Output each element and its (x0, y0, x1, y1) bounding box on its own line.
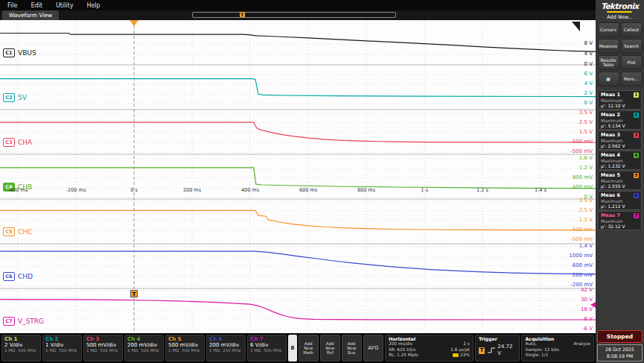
channel-badge-ch2[interactable]: Ch 21 V/div1 MΩ500 MHz (42, 335, 82, 362)
channel-badge-icon: C3 (3, 138, 15, 147)
trigger-position-icon[interactable] (130, 20, 138, 26)
sample-rate: SR: 625 kS/s (389, 347, 415, 353)
channel-label-C7[interactable]: C7V_STRG (3, 317, 44, 326)
time-tick-label: 0 s (130, 187, 138, 193)
channel-badge-icon: C2 (3, 93, 15, 102)
tab-waveform-view[interactable]: Waveform View (2, 10, 59, 20)
axis-label-C4: 1.2 V (578, 165, 593, 171)
add-buttons: AddNewMathAddNewRefAddNewBus (299, 335, 362, 362)
channel-badge-scale: 200 mV/div (209, 342, 243, 348)
sidebar-button-results-table[interactable]: Results Table (598, 55, 619, 70)
meas-title: Meas 3 (601, 132, 620, 138)
sidebar-button-measure[interactable]: Measure (598, 39, 619, 54)
right-sidebar: Tektronix Add New... CursorsCalloutMeasu… (596, 0, 644, 363)
meas-stat: Maximum (601, 198, 639, 203)
axis-label-C5: 1.5 V (578, 218, 593, 223)
meas-badge-1[interactable]: Meas 11Maximumμ': 12.10 V (598, 90, 642, 110)
sidebar-button-search[interactable]: Search (621, 39, 643, 54)
horizontal-panel[interactable]: Horizontal 200 ms/div 2 s SR: 625 kS/s 1… (385, 335, 474, 362)
channel-label-C1[interactable]: C1VBUS (3, 48, 36, 57)
meas-badge-3[interactable]: Meas 33Maximumμ': 2.562 V (598, 130, 642, 150)
waveform-CHC (0, 210, 596, 230)
bottom-channels: Ch 12 V/div1 MΩ500 MHzCh 21 V/div1 MΩ500… (1, 335, 287, 362)
axis-label-C4: 800 mV (572, 175, 593, 180)
meas-head: Meas 33 (601, 132, 639, 138)
trigger-panel[interactable]: Trigger T 24.72 V (475, 335, 520, 362)
brand-name: Tektronix (601, 1, 639, 10)
channel-badge-icon: C5 (3, 227, 15, 236)
menu-file[interactable]: File (7, 2, 17, 9)
channel-badge-ch1[interactable]: Ch 12 V/div1 MΩ500 MHz (1, 335, 41, 362)
impedance: 1 MΩ (209, 348, 220, 353)
channel-badge-ch4[interactable]: Ch 4200 mV/div1 MΩ500 MHz (124, 335, 164, 362)
meas-badge-7[interactable]: Meas 77Maximumμ': 32.12 V (598, 211, 642, 230)
sidebar-button-more[interactable]: More... (621, 72, 643, 86)
sidebar-button-callout[interactable]: Callout (621, 22, 643, 37)
position-bar-icon (453, 353, 459, 357)
channel-badge-scale: 1 V/div (45, 342, 79, 348)
meas-badge-6[interactable]: Meas 66Maximumμ': 1.212 V (598, 191, 642, 210)
acquisition-panel[interactable]: Acquisition Auto, Analyze Sample: 12 bit… (521, 335, 594, 362)
channel-badge-ch7[interactable]: Ch 76 V/div1 MΩ500 MHz (247, 335, 287, 362)
meas-value: μ': 2.555 V (601, 183, 639, 189)
sidebar-bottom: Stopped 28 Oct 2025 8:58:19 PM (597, 330, 643, 362)
meas-list: Meas 11Maximumμ': 12.10 VMeas 22Maximumμ… (598, 90, 642, 230)
menu-help[interactable]: Help (86, 2, 100, 9)
stopped-button[interactable]: Stopped (597, 330, 643, 343)
add-new-label[interactable]: Add New... (607, 14, 632, 20)
time-label: 8:58:19 PM (598, 353, 642, 360)
trigger-title: Trigger (479, 336, 517, 341)
axis-label-C2: 2 V (584, 91, 593, 96)
axis-label-C1: 0 V (584, 62, 593, 67)
channel-label-C2[interactable]: C25V (3, 93, 27, 102)
time-tick-label: 200 ms (183, 187, 201, 193)
bandwidth: 500 MHz (182, 348, 200, 353)
menu-edit[interactable]: Edit (31, 2, 42, 9)
afg-button[interactable]: AFG (363, 335, 383, 362)
sidebar-button-cursors[interactable]: Cursors (598, 22, 619, 37)
plot-area[interactable]: T 8 V4 V0 VC1VBUS6 V4 V2 V0 VC25V3.5 V2.… (0, 20, 596, 333)
meas-badge-2[interactable]: Meas 22Maximumμ': 5.134 V (598, 110, 642, 130)
channel-label-C5[interactable]: C5CHC (3, 227, 32, 236)
sidebar-button-plot[interactable]: Plot (621, 55, 643, 70)
channel-label-C6[interactable]: C6CHD (3, 272, 33, 281)
waveform-CHD (0, 251, 596, 274)
meas-badge-5[interactable]: Meas 55Maximumμ': 2.555 V (598, 171, 642, 190)
add-new-ref-button[interactable]: AddNewRef (320, 335, 340, 362)
axis-label-C5: -500 mV (570, 237, 593, 242)
sidebar-button-table-icon[interactable]: ▦ (598, 72, 619, 86)
meas-head: Meas 55 (601, 172, 639, 178)
meas-stat: Maximum (601, 178, 639, 183)
channel-badge-meta: 1 MΩ500 MHz (45, 348, 79, 353)
channel-badge-scale: 500 mV/div (168, 342, 202, 348)
channel-badge-scale: 200 mV/div (127, 342, 161, 348)
record-view-bar[interactable]: T (192, 12, 396, 18)
record-trigger-marker-icon[interactable]: T (240, 12, 245, 17)
channel-badge-scale: 2 V/div (4, 342, 38, 348)
meas-title: Meas 6 (601, 192, 620, 198)
add-new-math-button[interactable]: AddNewMath (299, 335, 319, 362)
channel-badge-ch3[interactable]: Ch 3500 mV/div1 MΩ500 MHz (83, 335, 123, 362)
meas-title: Meas 2 (601, 112, 620, 118)
axis-label-C5: 3.5 V (578, 198, 593, 203)
meas-head: Meas 77 (601, 212, 639, 218)
meas-badge-4[interactable]: Meas 44Maximumμ': 1.232 V (598, 151, 642, 170)
add-new-bus-button[interactable]: AddNewBus (342, 335, 362, 362)
axis-label-C3: 2.5 V (578, 120, 593, 125)
channel-name: CHA (18, 139, 32, 146)
bandwidth: 500 MHz (100, 348, 118, 353)
channel-badge-ch6[interactable]: Ch 6200 mV/div1 MΩ250 MHz (206, 335, 246, 362)
trigger-indicator-icon[interactable]: T (130, 290, 138, 297)
meas-title: Meas 1 (601, 92, 620, 98)
date-label: 28 Oct 2025 (598, 347, 642, 353)
channel-badge-ch5[interactable]: Ch 5500 mV/div1 MΩ500 MHz (165, 335, 205, 362)
channel-label-C3[interactable]: C3CHA (3, 138, 32, 147)
horizontal-scale: 200 ms/div (389, 341, 412, 347)
axis-label-C6: 200 mV (572, 273, 593, 278)
bandwidth: 500 MHz (141, 348, 159, 353)
time-tick-label: 800 ms (357, 187, 375, 193)
meas-stat: Maximum (601, 118, 639, 123)
time-tick-label: -400 ms (8, 187, 28, 193)
menu-utility[interactable]: Utility (56, 2, 74, 9)
digital-channel-button[interactable]: 8 (288, 335, 297, 362)
